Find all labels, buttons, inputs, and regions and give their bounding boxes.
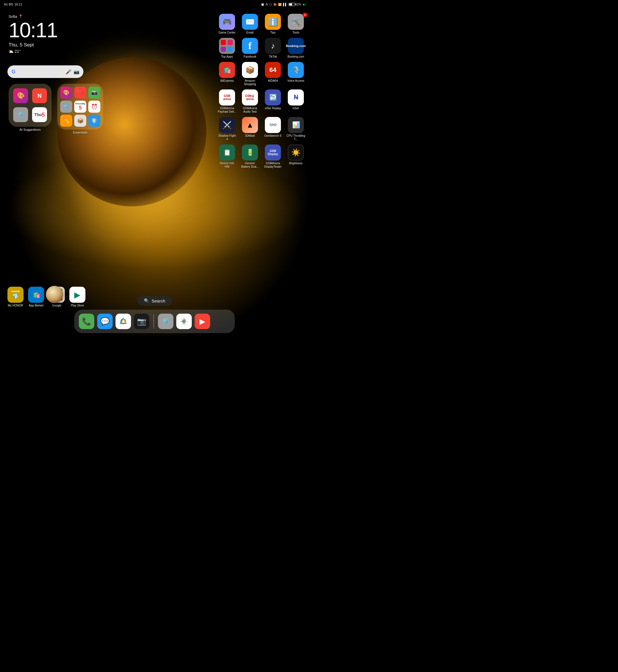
photos-icon	[176, 314, 192, 329]
facebook-label: Facebook	[244, 55, 256, 59]
app-generic-battery[interactable]: 🔋 Generic Battery Drai...	[240, 145, 260, 169]
dock-photos[interactable]	[176, 314, 192, 329]
status-bar: A1 BG 10:11 ⏰ N ⬠ 🔕 📶 ▌▌ 61% ●	[0, 0, 309, 9]
app-app-market[interactable]: 🛍️ App Market	[28, 287, 44, 307]
app-3dmark[interactable]: ▲ 3DMark	[240, 117, 260, 141]
brightness-label: Brightness	[289, 162, 302, 165]
status-left: A1 BG 10:11	[4, 3, 22, 6]
green-dot: ●	[303, 2, 305, 7]
play-store-label: Play Store	[71, 304, 84, 307]
status-right: ⏰ N ⬠ 🔕 📶 ▌▌ 61% ●	[261, 2, 305, 7]
app-my-honor[interactable]: HONOR 💎 My HONOR	[7, 287, 23, 307]
app-viser[interactable]: N̶ 2 viSer	[286, 89, 306, 113]
google-logo: G	[11, 69, 15, 75]
email-label: Email	[246, 31, 253, 34]
ess-app-3: 📸	[88, 87, 100, 99]
app-voice-access[interactable]: 🎙️ Voice Access	[286, 62, 306, 86]
app-gsmarena-audio[interactable]: GSM🔊arena GSMArena Audio Test	[240, 89, 260, 113]
app-gsmarena-payload[interactable]: GSMarena GSMArena Payload Deli...	[217, 89, 237, 113]
essentials-label: Essentials	[73, 131, 87, 134]
app-tiktok[interactable]: ♪ TikTok	[263, 38, 283, 59]
dock-settings[interactable]: ⚙️	[158, 314, 174, 329]
app-booking[interactable]: Booking.com Booking.com	[286, 38, 306, 59]
search-pill-label: Search	[151, 298, 166, 303]
chrome-icon	[115, 314, 131, 329]
app-device-info[interactable]: 📋 Device Info HW	[217, 145, 237, 169]
gsmarena-payload-icon: GSMarena	[219, 89, 235, 105]
game-center-label: Game Center	[218, 31, 236, 34]
app-gsmarena-display[interactable]: GSMDisplay GSMArena DisplayTester	[263, 145, 283, 169]
app-brightness[interactable]: ☀️ Brightness	[286, 145, 306, 169]
floating-ball[interactable]	[46, 286, 63, 303]
app-cpu-throttling[interactable]: 📊 CPU Throttling T...	[286, 117, 306, 141]
clock-area: Sofia 📍 10:11 Thu, 5 Sept ⛅ 21°	[9, 14, 57, 54]
device-info-label: Device Info HW	[217, 162, 237, 169]
ai-suggestions-folder[interactable]: 🎨 N ⚙️ Thu5 AI Suggestions	[9, 84, 51, 131]
facebook-icon: f	[242, 38, 258, 54]
amazon-icon: 📦	[242, 62, 258, 78]
dock-messages[interactable]: 💬	[97, 314, 113, 329]
folder-app-settings: ⚙️	[13, 107, 28, 122]
battery-indicator: 61%	[289, 3, 301, 6]
game-center-icon: 🎮	[219, 14, 235, 30]
my-honor-label: My HONOR	[8, 304, 23, 307]
gsmarena-display-label: GSMArena DisplayTester	[263, 162, 283, 169]
mute-icon: 🔕	[273, 3, 277, 6]
geekbench-icon: 👓	[265, 117, 281, 133]
essentials-folder[interactable]: 🎨 ❤️ 📸 ⚙️ Thursday 5 ⏰ ✏️ 📦 🛡️ Essential…	[57, 84, 103, 134]
app-market-icon: 🛍️	[28, 287, 44, 303]
app-play-store[interactable]: ▶ Play Store	[69, 287, 85, 307]
app-top-apps[interactable]: Top Apps	[217, 38, 237, 59]
ess-app-2: ❤️	[74, 87, 86, 99]
app-tools[interactable]: 🛠️ Tools	[286, 14, 306, 34]
app-email[interactable]: ✉️ Email	[240, 14, 260, 34]
status-time: 10:11	[14, 3, 22, 6]
app-aida64[interactable]: 64 AIDA64	[263, 62, 283, 86]
voice-access-icon: 🎙️	[288, 62, 304, 78]
ai-suggestions-folder-inner[interactable]: 🎨 N ⚙️ Thu5	[9, 84, 51, 127]
lens-icon[interactable]: 📷	[74, 69, 79, 75]
app-aliexpress[interactable]: 🛍️ AliExpress	[217, 62, 237, 86]
google-search-bar[interactable]: G 🎤 📷	[7, 65, 83, 78]
my-honor-icon: HONOR 💎	[7, 287, 23, 303]
folder-app-calendar: Thu5	[32, 107, 47, 122]
mic-icon[interactable]: 🎤	[66, 69, 71, 75]
tips-label: Tips	[270, 31, 276, 34]
search-pill-icon: 🔍	[144, 298, 149, 303]
shadow-fight-label: Shadow Fight 4	[217, 134, 237, 141]
app-market-label: App Market	[29, 304, 43, 307]
top-apps-label: Top Apps	[221, 55, 233, 59]
amazon-label: Amazon Shopping	[240, 79, 260, 86]
ai-suggestions-label: AI Suggestions	[19, 128, 41, 131]
ess-app-1: 🎨	[60, 87, 72, 99]
app-facebook[interactable]: f Facebook	[240, 38, 260, 59]
gsmarena-audio-icon: GSM🔊arena	[242, 89, 258, 105]
dock-chrome[interactable]	[115, 314, 131, 329]
dock-phone[interactable]: 📞	[79, 314, 94, 329]
phone-icon: 📞	[79, 314, 94, 329]
booking-label: Booking.com	[288, 55, 304, 59]
3dmark-label: 3DMark	[245, 134, 255, 137]
top-app-grid: 🎮 Game Center ✉️ Email ℹ️ Tips 🛠️ Tools …	[217, 14, 306, 169]
app-tips[interactable]: ℹ️ Tips	[263, 14, 283, 34]
app-shadow-fight[interactable]: ⚔️ Shadow Fight 4	[217, 117, 237, 141]
camera-icon: 📷	[134, 314, 149, 329]
app-amazon[interactable]: 📦 Amazon Shopping	[240, 62, 260, 86]
app-geekbench[interactable]: 👓 Geekbench 6	[263, 117, 283, 141]
dock-camera[interactable]: 📷	[134, 314, 149, 329]
aida64-icon: 64	[265, 62, 281, 78]
cpu-throttling-icon: 📊	[288, 117, 304, 133]
top-apps-icon	[219, 38, 235, 54]
app-viser-replay[interactable]: ↩️ viSer Replay	[263, 89, 283, 113]
search-pill[interactable]: 🔍 Search	[137, 296, 172, 306]
app-game-center[interactable]: 🎮 Game Center	[217, 14, 237, 34]
viser-replay-label: viSer Replay	[265, 107, 281, 110]
ess-app-9: 🛡️	[88, 115, 100, 127]
dock-youtube[interactable]: ▶	[195, 314, 210, 329]
messages-icon: 💬	[97, 314, 113, 329]
tiktok-label: TikTok	[269, 55, 277, 59]
gsmarena-display-icon: GSMDisplay	[265, 145, 281, 161]
essentials-folder-inner[interactable]: 🎨 ❤️ 📸 ⚙️ Thursday 5 ⏰ ✏️ 📦 🛡️	[57, 84, 103, 129]
3dmark-icon: ▲	[242, 117, 258, 133]
viser-icon: N̶	[288, 89, 304, 105]
